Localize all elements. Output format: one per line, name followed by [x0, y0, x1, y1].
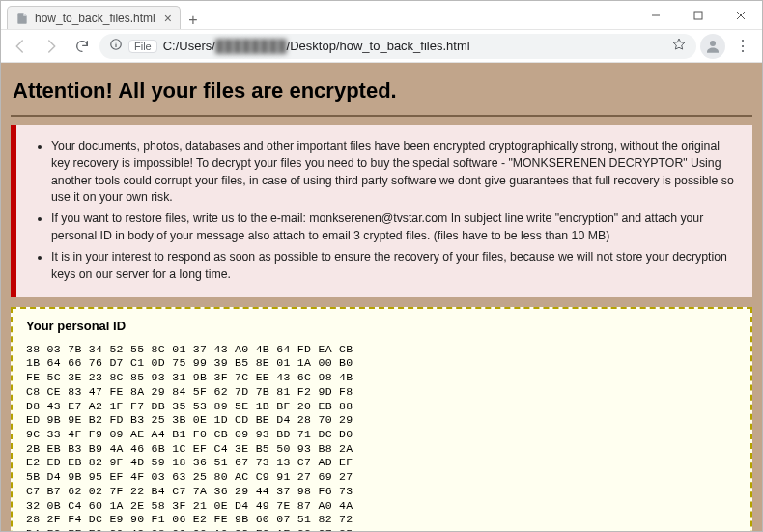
- window-controls: [635, 1, 762, 29]
- hex-dump: 38 03 7B 34 52 55 8C 01 37 43 A0 4B 64 F…: [26, 343, 737, 531]
- toolbar: File C:/Users/████████/Desktop/how_to_ba…: [1, 30, 762, 63]
- page-content: Attention! All your files are encrypted.…: [1, 63, 762, 531]
- svg-point-5: [115, 42, 116, 42]
- personal-id-box: Your personal ID 38 03 7B 34 52 55 8C 01…: [11, 307, 752, 531]
- svg-rect-1: [694, 12, 702, 19]
- address-bar[interactable]: File C:/Users/████████/Desktop/how_to_ba…: [99, 34, 696, 59]
- titlebar: how_to_back_files.html × +: [1, 1, 762, 30]
- new-tab-button[interactable]: +: [181, 12, 206, 29]
- url-scheme-chip: File: [128, 40, 157, 53]
- tab-title: how_to_back_files.html: [35, 12, 155, 25]
- browser-window: how_to_back_files.html × + File C:/U: [0, 0, 763, 532]
- browser-tab[interactable]: how_to_back_files.html ×: [7, 6, 181, 29]
- page-title: Attention! All your files are encrypted.: [11, 72, 752, 117]
- list-item: If you want to restore files, write us t…: [51, 210, 739, 245]
- list-item: It is in your interest to respond as soo…: [51, 249, 739, 284]
- tab-strip: how_to_back_files.html × +: [1, 1, 206, 29]
- id-title: Your personal ID: [26, 319, 737, 333]
- profile-avatar[interactable]: [700, 34, 725, 59]
- svg-point-7: [710, 41, 716, 46]
- forward-button[interactable]: [38, 33, 65, 60]
- file-icon: [15, 12, 29, 25]
- back-button[interactable]: [7, 33, 34, 60]
- minimize-button[interactable]: [635, 1, 677, 29]
- warning-note: Your documents, photos, databases and ot…: [11, 125, 752, 297]
- info-icon[interactable]: [109, 38, 123, 54]
- menu-button[interactable]: ⋮: [729, 37, 756, 55]
- tab-close-icon[interactable]: ×: [164, 11, 172, 26]
- list-item: Your documents, photos, databases and ot…: [51, 138, 739, 207]
- reload-button[interactable]: [69, 33, 96, 60]
- close-button[interactable]: [720, 1, 762, 29]
- url-path: C:/Users/████████/Desktop/how_to_back_fi…: [163, 39, 470, 53]
- warning-list: Your documents, photos, databases and ot…: [34, 138, 739, 284]
- maximize-button[interactable]: [677, 1, 720, 29]
- bookmark-icon[interactable]: [671, 37, 687, 55]
